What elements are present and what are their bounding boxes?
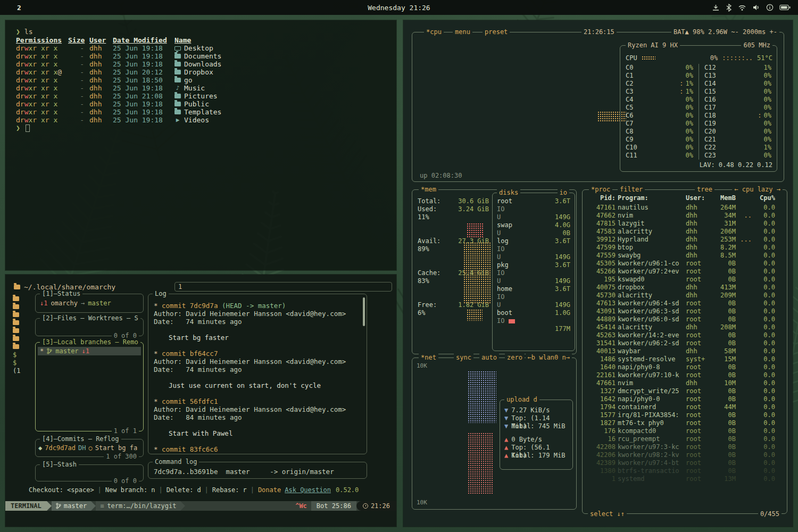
status-panel[interactable]: [1]—Status ↓1 omarchy → master: [35, 294, 144, 313]
process-row[interactable]: 47161nautilusdhh264M0.0: [585, 204, 785, 212]
process-row[interactable]: 1systemdroot13M0.0: [585, 475, 785, 483]
keybind-key[interactable]: r: [243, 486, 246, 494]
mem-panel[interactable]: *mem Total:30.6 GiBUsed:3.24 GiB11%Avail…: [412, 189, 577, 354]
tree-folder-item[interactable]: [13, 343, 33, 351]
log-line[interactable]: Start bg faster: [154, 334, 361, 342]
scrollbar[interactable]: [363, 297, 365, 326]
process-row[interactable]: 40013waybardhh58M0.0: [585, 347, 785, 355]
header-mem[interactable]: MemB: [712, 194, 736, 202]
file-tree-strip[interactable]: $$(1: [13, 295, 33, 375]
log-line[interactable]: [154, 373, 361, 381]
cpu-panel[interactable]: *cpu menu preset 21:26:15 BAT▲ 98% 2.96W…: [412, 32, 784, 182]
tree-folder-item[interactable]: [13, 327, 33, 335]
log-line[interactable]: * commit 56fdfc1: [154, 397, 361, 405]
process-row[interactable]: 195kswapd0root0B0.0: [585, 276, 785, 284]
log-line[interactable]: Author: David Heinemeier Hansson <david@…: [154, 310, 361, 318]
process-row[interactable]: 45305kworker/u96:1-coroot0B0.0: [585, 260, 785, 268]
net-panel[interactable]: *net sync auto zero ←b wlan0 n→ 10K 10K …: [412, 358, 577, 510]
commit-row[interactable]: ◆ 7dc9d7ad DH ○ Start bg fa: [38, 444, 137, 452]
process-row[interactable]: 42208kworker/u97:3-kcroot0B0.0: [585, 443, 785, 451]
io-title[interactable]: io: [558, 189, 569, 196]
process-row[interactable]: 45730alacrittydhh209M0.0: [585, 292, 785, 300]
sort-selector[interactable]: ← cpu lazy →: [732, 186, 783, 193]
process-row[interactable]: 47599btopdhh8.2M0.0: [585, 244, 785, 252]
tab-box[interactable]: 1: [174, 282, 392, 292]
proc-panel[interactable]: *proc filter tree ← cpu lazy → Pid: Prog…: [582, 189, 787, 514]
download-tray-icon[interactable]: [712, 4, 720, 12]
process-row[interactable]: 47815lazygitdhh31M0.0: [585, 220, 785, 228]
process-row[interactable]: 40075dropboxdhh413M0.0: [585, 284, 785, 292]
zero-button[interactable]: zero: [505, 354, 525, 361]
stash-panel[interactable]: [5]—Stash 0 of 0: [35, 464, 144, 481]
process-row[interactable]: 47583alacrittydhh206M0.0: [585, 228, 785, 236]
process-row[interactable]: 176kcompactd0root0B0.0: [585, 427, 785, 435]
files-panel[interactable]: [2]—Files — Worktrees — S 0 of 0: [35, 318, 144, 336]
keybind-key[interactable]: d: [197, 486, 201, 494]
process-row[interactable]: 47613kworker/u96:4-sdroot0B0.0: [585, 300, 785, 307]
terminal-window-ls[interactable]: ❯ls Permissions Size User Date Modified …: [5, 20, 396, 270]
donate-link[interactable]: Donate: [258, 486, 281, 494]
menu-button[interactable]: menu: [453, 28, 472, 36]
process-row[interactable]: 1640napi/phy0-8root0B0.0: [585, 363, 785, 371]
battery-status[interactable]: BAT▲ 98% 2.96W ~- 2000ms +-: [671, 28, 779, 36]
process-row[interactable]: 31541kworker/u96:2-sdroot0B0.0: [585, 339, 785, 347]
workspace-indicator[interactable]: 2: [17, 4, 21, 12]
log-line[interactable]: Author: David Heinemeier Hansson <david@…: [154, 405, 361, 413]
log-line[interactable]: [154, 342, 361, 350]
process-row[interactable]: 42206kworker/u98:2-kvroot0B0.0: [585, 451, 785, 459]
branch-row-selected[interactable]: * master ↓1: [38, 347, 141, 355]
log-line[interactable]: Date: 84 minutes ago: [154, 413, 361, 421]
process-row[interactable]: 45266kworker/u97:2+evroot0B0.0: [585, 268, 785, 276]
process-row[interactable]: 1827mt76-tx phy0root0B0.0: [585, 419, 785, 427]
process-row[interactable]: 1794containerdroot44M0.0: [585, 403, 785, 411]
branches-panel[interactable]: [3]—Local branches — Remo * master ↓1 1 …: [35, 342, 144, 431]
info-icon[interactable]: [766, 4, 774, 11]
tree-folder-item[interactable]: [13, 319, 33, 327]
header-user[interactable]: User:: [686, 194, 710, 202]
process-row[interactable]: 44889kworker/u96:0-sdroot0B0.0: [585, 315, 785, 323]
wifi-icon[interactable]: [738, 4, 746, 11]
log-line[interactable]: * commit bf64cc7: [154, 350, 361, 358]
process-row[interactable]: 1380btrfs-transactioroot0B0.0: [585, 467, 785, 475]
preset-button[interactable]: preset: [483, 28, 510, 36]
process-row[interactable]: 1642napi/phy0-0root0B0.0: [585, 395, 785, 403]
log-line[interactable]: Just use current on start, don't cycle: [154, 381, 361, 389]
log-line[interactable]: Date: 74 minutes ago: [154, 365, 361, 373]
process-row[interactable]: 39912Hyprlanddhh253M...0.0: [585, 236, 785, 244]
log-line[interactable]: [154, 421, 361, 429]
tree-folder-item[interactable]: [13, 311, 33, 319]
btop-window[interactable]: *cpu menu preset 21:26:15 BAT▲ 98% 2.96W…: [403, 20, 793, 527]
ask-question-link[interactable]: Ask Question: [285, 486, 331, 494]
log-line[interactable]: * commit 7dc9d7a (HEAD -> master): [154, 302, 361, 310]
process-row[interactable]: 22161kworker/u97:10-kroot0B0.0: [585, 371, 785, 379]
process-table-header[interactable]: Pid: Program: User: MemB Cpu%: [585, 194, 785, 202]
process-row[interactable]: 47661nvimdhh10M0.0: [585, 379, 785, 387]
process-row[interactable]: 42389kworker/u97:4-btroot0B0.0: [585, 459, 785, 467]
bluetooth-icon[interactable]: [726, 4, 732, 12]
process-row[interactable]: 45414alacrittydhh208M0.0: [585, 323, 785, 331]
topbar-clock[interactable]: Wednesday 21:26: [368, 4, 430, 12]
keybind-key[interactable]: n: [151, 486, 155, 494]
tree-folder-item[interactable]: [13, 303, 33, 311]
keybind-key[interactable]: <space>: [67, 486, 94, 494]
log-line[interactable]: Start with Pawel: [154, 429, 361, 437]
process-row[interactable]: 45263kworker/14:2-everoot0B0.0: [585, 331, 785, 339]
process-row[interactable]: 43091kworker/u96:3-sdroot0B0.0: [585, 307, 785, 315]
interface-selector[interactable]: ←b wlan0 n→: [526, 354, 572, 361]
process-row[interactable]: 47662nvimdhh34M..0.0: [585, 212, 785, 220]
command-log-panel[interactable]: Command log 7dc9d7a..b3691be master -> o…: [148, 462, 367, 479]
process-row[interactable]: 1486systemd-resolvesyst+15M0.0: [585, 355, 785, 363]
tree-folder-item[interactable]: [13, 335, 33, 343]
log-line[interactable]: [154, 437, 361, 445]
sync-button[interactable]: sync: [454, 354, 473, 361]
process-row[interactable]: 16rcu_preemptroot0B0.0: [585, 435, 785, 443]
tree-button[interactable]: tree: [695, 186, 714, 193]
log-line[interactable]: [154, 389, 361, 397]
header-pid[interactable]: Pid:: [589, 194, 616, 202]
header-program[interactable]: Program:: [618, 194, 684, 202]
process-row[interactable]: 47559swaybgdhh8.5M0.0: [585, 252, 785, 260]
select-hint[interactable]: select ↓↑: [588, 510, 627, 518]
log-line[interactable]: Author: David Heinemeier Hansson <david@…: [154, 358, 361, 365]
log-panel[interactable]: Log * commit 7dc9d7a (HEAD -> master)Aut…: [148, 294, 367, 454]
process-row[interactable]: 1577irq/81-PIXA3854:root0B0.0: [585, 411, 785, 419]
